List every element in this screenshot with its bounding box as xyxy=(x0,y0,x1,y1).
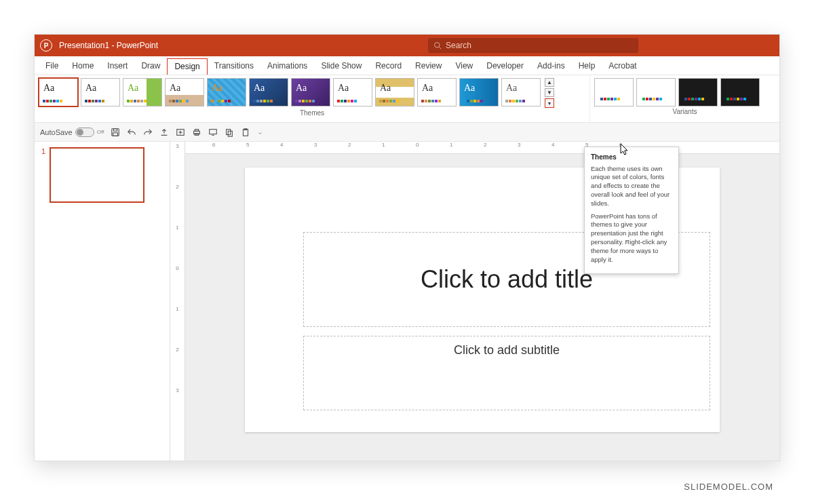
slide-thumbnail-pane: 1 xyxy=(35,142,170,461)
undo-icon[interactable] xyxy=(127,128,136,137)
qat-overflow[interactable]: ⌄ xyxy=(257,128,263,136)
theme-thumb-0[interactable]: Aa xyxy=(39,78,78,106)
tab-file[interactable]: File xyxy=(39,58,65,75)
variant-thumb-3[interactable] xyxy=(720,78,760,106)
tab-add-ins[interactable]: Add-ins xyxy=(530,58,572,75)
tab-transitions[interactable]: Transitions xyxy=(208,58,260,75)
theme-thumb-4[interactable]: Aa xyxy=(207,78,246,106)
print-icon[interactable] xyxy=(192,128,201,137)
theme-thumb-8[interactable]: Aa xyxy=(375,78,414,106)
themes-gallery: AaAaAaAaAaAaAaAaAaAaAaAa▲▼▾ xyxy=(39,78,585,108)
paste-icon[interactable] xyxy=(241,128,250,137)
theme-thumb-2[interactable]: Aa xyxy=(123,78,162,106)
slide-thumbnail-1[interactable]: 1 xyxy=(41,147,163,203)
variant-thumb-2[interactable] xyxy=(678,78,718,106)
tab-slide-show[interactable]: Slide Show xyxy=(314,58,368,75)
screen-icon[interactable] xyxy=(208,128,218,137)
slide-thumb-preview xyxy=(50,147,144,203)
tab-home[interactable]: Home xyxy=(65,58,100,75)
themes-scroll-down[interactable]: ▼ xyxy=(545,88,554,97)
search-icon xyxy=(433,41,442,50)
tab-design[interactable]: Design xyxy=(167,58,207,75)
theme-thumb-5[interactable]: Aa xyxy=(249,78,288,106)
powerpoint-window: P Presentation1 - PowerPoint Search File… xyxy=(34,34,780,461)
watermark: SLIDEMODEL.COM xyxy=(684,482,773,492)
tab-animations[interactable]: Animations xyxy=(260,58,314,75)
search-placeholder: Search xyxy=(446,41,471,50)
powerpoint-icon: P xyxy=(40,39,52,52)
svg-rect-9 xyxy=(195,129,199,131)
themes-tooltip: Themes Each theme uses its own unique se… xyxy=(584,147,679,274)
ribbon-tabs: FileHomeInsertDrawDesignTransitionsAnima… xyxy=(35,56,779,75)
tab-review[interactable]: Review xyxy=(408,58,448,75)
quick-access-toolbar: AutoSave Off ⌄ xyxy=(35,123,779,142)
variant-thumb-1[interactable] xyxy=(636,78,676,106)
window-title: Presentation1 - PowerPoint xyxy=(59,41,158,50)
autosave-toggle[interactable]: AutoSave Off xyxy=(40,128,104,137)
themes-scroll: ▲▼▾ xyxy=(545,78,556,108)
themes-more-button[interactable]: ▾ xyxy=(545,98,554,108)
tab-developer[interactable]: Developer xyxy=(480,58,530,75)
export-icon[interactable] xyxy=(159,128,169,137)
themes-scroll-up[interactable]: ▲ xyxy=(545,78,554,87)
search-box[interactable]: Search xyxy=(428,38,638,53)
variants-group-label: Variants xyxy=(594,108,775,115)
theme-thumb-11[interactable]: Aa xyxy=(501,78,541,106)
vertical-ruler: 3210123 xyxy=(170,142,185,461)
title-bar: P Presentation1 - PowerPoint Search xyxy=(35,35,779,56)
subtitle-placeholder[interactable]: Click to add subtitle xyxy=(303,336,710,410)
tab-insert[interactable]: Insert xyxy=(100,58,134,75)
svg-rect-4 xyxy=(113,132,118,135)
tab-record[interactable]: Record xyxy=(368,58,408,75)
svg-rect-3 xyxy=(114,128,117,131)
copy-icon[interactable] xyxy=(225,128,234,137)
svg-rect-15 xyxy=(244,129,248,136)
tab-view[interactable]: View xyxy=(448,58,480,75)
tab-acrobat[interactable]: Acrobat xyxy=(602,58,643,75)
svg-point-0 xyxy=(435,43,440,48)
theme-thumb-10[interactable]: Aa xyxy=(459,78,499,106)
theme-thumb-9[interactable]: Aa xyxy=(417,78,457,106)
ribbon: AaAaAaAaAaAaAaAaAaAaAaAa▲▼▾ Themes Varia… xyxy=(35,75,779,123)
autosave-switch[interactable] xyxy=(75,128,94,137)
themes-group-label: Themes xyxy=(39,109,585,117)
theme-thumb-3[interactable]: Aa xyxy=(165,78,204,106)
slide-canvas[interactable]: Click to add title Click to add subtitle xyxy=(185,154,779,461)
new-slide-icon[interactable] xyxy=(176,128,185,137)
theme-thumb-1[interactable]: Aa xyxy=(81,78,120,106)
variant-thumb-0[interactable] xyxy=(594,78,634,106)
theme-thumb-6[interactable]: Aa xyxy=(291,78,330,106)
redo-icon[interactable] xyxy=(143,128,153,137)
horizontal-ruler: 6543210123456 xyxy=(185,142,779,154)
svg-line-1 xyxy=(439,47,441,49)
tab-help[interactable]: Help xyxy=(572,58,602,75)
svg-rect-11 xyxy=(210,129,217,134)
tab-draw[interactable]: Draw xyxy=(134,58,167,75)
cursor-icon xyxy=(620,143,629,157)
save-icon[interactable] xyxy=(111,128,120,137)
canvas-area: 6543210123456 Click to add title Click t… xyxy=(185,142,779,461)
theme-thumb-7[interactable]: Aa xyxy=(333,78,372,106)
variants-gallery xyxy=(594,78,775,106)
